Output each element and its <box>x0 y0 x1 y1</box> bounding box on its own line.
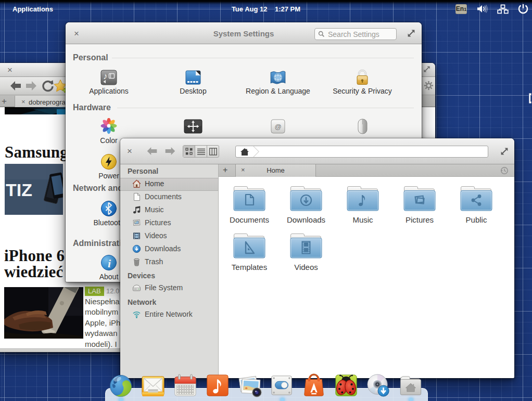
svg-text:TIZ: TIZ <box>6 180 32 200</box>
svg-text:@: @ <box>274 123 281 131</box>
svg-text:♪: ♪ <box>103 71 108 81</box>
svg-text:i: i <box>108 257 111 270</box>
